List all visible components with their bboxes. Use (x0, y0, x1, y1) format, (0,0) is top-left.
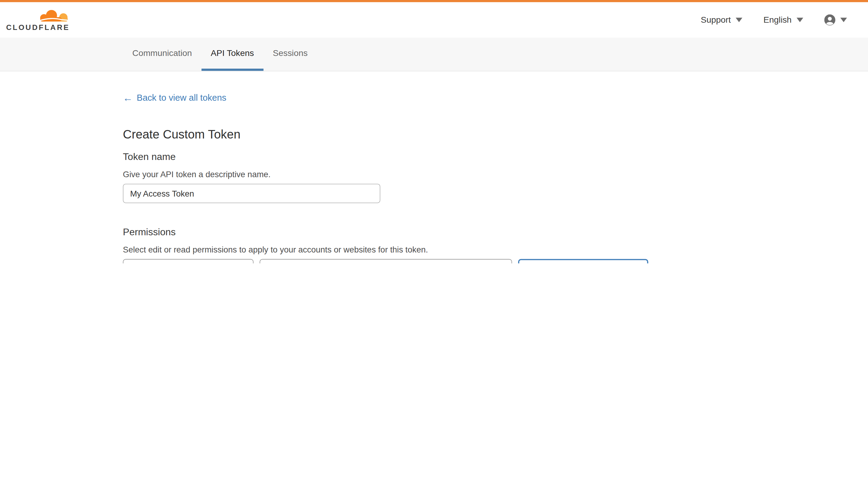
permission-scope-select[interactable]: Account (123, 259, 253, 263)
token-name-heading: Token name (123, 151, 649, 163)
logo-text: CLOUDFLARE (6, 24, 69, 31)
back-link[interactable]: ← Back to view all tokens (123, 93, 226, 103)
back-link-label: Back to view all tokens (137, 93, 226, 103)
account-menu[interactable] (824, 14, 847, 26)
page-title: Create Custom Token (123, 127, 649, 142)
header: CLOUDFLARE Support English (0, 2, 868, 37)
token-name-input[interactable] (123, 184, 380, 203)
cloudflare-logo[interactable]: CLOUDFLARE (6, 9, 69, 31)
back-arrow-icon: ← (123, 93, 133, 103)
header-right: Support English (701, 14, 847, 26)
permission-level-select[interactable]: Select... Read Edit (518, 259, 648, 263)
caret-down-icon (840, 18, 847, 22)
support-label: Support (701, 15, 731, 25)
tab-sessions[interactable]: Sessions (264, 37, 317, 71)
permissions-heading: Permissions (123, 226, 649, 238)
token-name-description: Give your API token a descriptive name. (123, 169, 649, 179)
tab-communication[interactable]: Communication (123, 37, 201, 71)
main-content: ← Back to view all tokens Create Custom … (0, 71, 649, 263)
language-menu[interactable]: English (763, 15, 803, 25)
brand-accent-bar (0, 0, 868, 2)
avatar-icon (824, 14, 835, 26)
permission-group-select[interactable]: Access: Organizations, Identity Provider… (259, 259, 512, 263)
tabbar: Communication API Tokens Sessions (0, 37, 868, 71)
language-label: English (763, 15, 792, 25)
permissions-row: Account Access: Organizations, Identity … (123, 259, 649, 263)
caret-down-icon (736, 18, 743, 22)
tab-communication-label: Communication (132, 48, 192, 58)
caret-down-icon (797, 18, 803, 22)
support-menu[interactable]: Support (701, 15, 743, 25)
tab-api-tokens[interactable]: API Tokens (202, 37, 264, 71)
permissions-description: Select edit or read permissions to apply… (123, 245, 649, 254)
tab-sessions-label: Sessions (273, 48, 308, 58)
tab-api-tokens-label: API Tokens (211, 48, 254, 58)
cloudflare-cloud-icon (39, 9, 69, 23)
page: CLOUDFLARE Support English (0, 0, 868, 263)
